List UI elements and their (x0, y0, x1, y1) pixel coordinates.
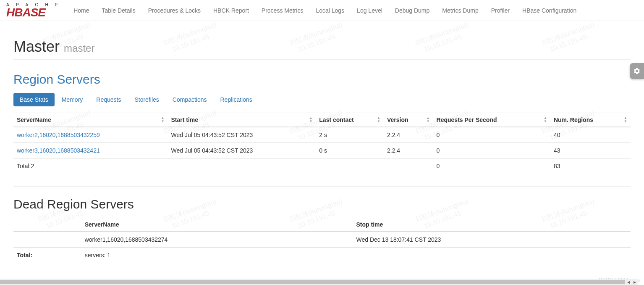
col-lastcontact[interactable]: Last contact (316, 113, 384, 127)
page-title: Master (13, 38, 60, 55)
table-row: worker2,16020,1688503432259 Wed Jul 05 0… (13, 127, 631, 143)
server-link[interactable]: worker3,16020,1688503432421 (17, 147, 100, 154)
cell-total-label: Total:2 (13, 158, 168, 174)
col-dead-stoptime: Stop time (353, 218, 631, 232)
sort-icon (427, 116, 430, 123)
table-row: worker1,16020,1688503432274 Wed Dec 13 1… (13, 232, 631, 248)
sort-icon (624, 116, 627, 123)
col-version[interactable]: Version (384, 113, 433, 127)
cell-total-rps: 0 (433, 158, 550, 174)
sort-icon (377, 116, 380, 123)
nav-profiler[interactable]: Profiler (485, 1, 516, 20)
col-starttime[interactable]: Start time (168, 113, 316, 127)
nav-table-details[interactable]: Table Details (96, 1, 142, 20)
nav-hbase-configuration[interactable]: HBase Configuration (516, 1, 583, 20)
cell-rps: 0 (433, 143, 550, 158)
table-row: worker3,16020,1688503432421 Wed Jul 05 0… (13, 143, 631, 158)
cell-rps: 0 (433, 127, 550, 143)
cell-last: 2 s (316, 127, 384, 143)
nav-procedures-locks[interactable]: Procedures & Locks (142, 1, 207, 20)
tab-compactions[interactable]: Compactions (166, 93, 213, 106)
col-servername[interactable]: ServerName (13, 113, 168, 127)
nav-hbck-report[interactable]: HBCK Report (207, 1, 255, 20)
tab-memory[interactable]: Memory (55, 93, 89, 106)
page-subtitle: master (64, 42, 94, 54)
dead-servers-table: ServerName Stop time worker1,16020,16885… (13, 218, 631, 263)
cell-dead-stop: Wed Dec 13 18:07:41 CST 2023 (353, 232, 631, 248)
table-header-row: ServerName Start time Last contact Versi… (13, 113, 631, 127)
table-total-row: Total:2 0 83 (13, 158, 631, 174)
scroll-left-icon[interactable]: ◀ (625, 279, 631, 285)
nav-local-logs[interactable]: Local Logs (309, 1, 351, 20)
tab-storefiles[interactable]: Storefiles (128, 93, 165, 106)
page-header: Master master (13, 38, 631, 60)
logo-line2: HBASE (6, 7, 61, 18)
server-link[interactable]: worker2,16020,1688503432259 (17, 132, 100, 138)
tab-base-stats[interactable]: Base Stats (13, 93, 55, 106)
sort-icon (161, 116, 165, 123)
table-header-row: ServerName Stop time (13, 218, 631, 232)
sort-icon (309, 116, 312, 123)
nav-process-metrics[interactable]: Process Metrics (255, 1, 310, 20)
dead-servers-heading: Dead Region Servers (13, 197, 631, 211)
cell-dead-server: worker1,16020,1688503432274 (81, 232, 353, 248)
gear-icon (633, 67, 641, 75)
table-total-row: Total: servers: 1 (13, 248, 631, 263)
sort-icon (544, 116, 547, 123)
cell-version: 2.2.4 (384, 143, 433, 158)
nav-home[interactable]: Home (67, 1, 95, 20)
navbar: A P A C H E HBASE Home Table Details Pro… (0, 0, 644, 21)
cell-dead-total-label: Total: (13, 248, 81, 263)
nav-metrics-dump[interactable]: Metrics Dump (436, 1, 484, 20)
col-rps[interactable]: Requests Per Second (433, 113, 550, 127)
scrollbar-thumb[interactable] (0, 280, 625, 284)
cell-last: 0 s (316, 143, 384, 158)
col-numregions[interactable]: Num. Regions (550, 113, 631, 127)
region-servers-table: ServerName Start time Last contact Versi… (13, 113, 631, 174)
tab-requests[interactable]: Requests (90, 93, 127, 106)
nav-links: Home Table Details Procedures & Locks HB… (67, 1, 583, 20)
nav-debug-dump[interactable]: Debug Dump (389, 1, 436, 20)
col-dead-servername: ServerName (81, 218, 353, 232)
cell-start: Wed Jul 05 04:43:52 CST 2023 (168, 127, 316, 143)
region-servers-tabs: Base Stats Memory Requests Storefiles Co… (13, 93, 631, 106)
gear-tab[interactable] (630, 63, 644, 79)
horizontal-scrollbar[interactable]: ◀ ▶ (0, 279, 638, 285)
dead-servers-section: Dead Region Servers ServerName Stop time… (13, 197, 631, 275)
brand-logo[interactable]: A P A C H E HBASE (6, 1, 67, 20)
region-servers-heading: Region Servers (13, 72, 631, 87)
tab-replications[interactable]: Replications (214, 93, 258, 106)
main-container: Master master Region Servers Base Stats … (7, 21, 637, 285)
scroll-right-icon[interactable]: ▶ (631, 279, 638, 285)
cell-total-regions: 83 (550, 158, 631, 174)
nav-log-level[interactable]: Log Level (351, 1, 389, 20)
cell-start: Wed Jul 05 04:43:52 CST 2023 (168, 143, 316, 158)
cell-version: 2.2.4 (384, 127, 433, 143)
cell-dead-total-value: servers: 1 (81, 248, 353, 263)
cell-regions: 40 (550, 127, 631, 143)
region-servers-section: Region Servers Base Stats Memory Request… (13, 72, 631, 187)
cell-regions: 43 (550, 143, 631, 158)
